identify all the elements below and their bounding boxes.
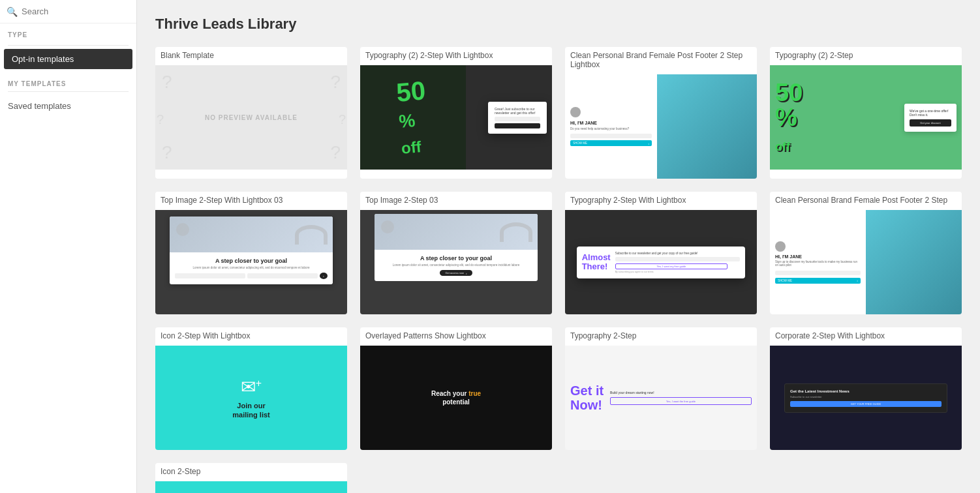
avatar-2 bbox=[775, 241, 786, 252]
hi-jane-text: HI, I'M JANE bbox=[570, 121, 652, 125]
almost-email-input bbox=[615, 257, 741, 261]
email-icon: ✉+ bbox=[241, 376, 262, 398]
corporate-card: Get the Latest Investment News Subscribe… bbox=[784, 383, 947, 413]
corp-cta-btn: GET YOUR FREE GUIDE bbox=[790, 401, 942, 407]
template-name-top-image-03: Top Image 2-Step With Lightbox 03 bbox=[155, 192, 347, 210]
type-section-label: TYPE bbox=[0, 23, 136, 42]
show-me-btn-2: SHOW ME › bbox=[775, 278, 861, 284]
corp-subtitle-text: Subscribe to our newsletter bbox=[790, 395, 942, 398]
step-goal-heading: A step closer to your goal bbox=[175, 258, 328, 264]
template-name-blank: Blank Template bbox=[155, 47, 347, 65]
brand2-desc: Sign up to discover my favourite tools t… bbox=[775, 260, 861, 267]
get-it-title: Build your dream starting now! bbox=[610, 391, 752, 395]
template-preview-corporate: Get the Latest Investment News Subscribe… bbox=[770, 346, 962, 450]
true-text: true bbox=[468, 390, 481, 397]
brand2-email-input bbox=[775, 271, 861, 275]
get-it-now-text: Get itNow! bbox=[570, 383, 606, 412]
get-it-cta-btn: Yes, I want the free guide bbox=[610, 397, 752, 405]
step-goal-desc: Lorem ipsum dolor sit amet, consectetur … bbox=[175, 266, 328, 269]
template-card-clean-brand-2[interactable]: Clean Personal Brand Female Post Footer … bbox=[770, 192, 962, 314]
template-preview-clean-brand: HI, I'M JANE Do you need help automating… bbox=[565, 74, 757, 179]
get-it-right-content: Build your dream starting now! Yes, I wa… bbox=[610, 391, 752, 405]
template-preview-typo2-lightbox: 50%off Great! Just subscribe to our news… bbox=[360, 65, 552, 170]
template-preview-typo2-step-b: Get itNow! Build your dream starting now… bbox=[565, 346, 757, 450]
template-name-clean-brand-2: Clean Personal Brand Female Post Footer … bbox=[770, 192, 962, 210]
show-me-label-2: SHOW ME bbox=[778, 279, 857, 282]
template-name-icon2step-lightbox: Icon 2-Step With Lightbox bbox=[155, 327, 347, 346]
almost-there-badge: AlmostThere! bbox=[582, 253, 611, 272]
show-me-label: SHOW ME bbox=[573, 142, 648, 145]
page-title: Thrive Leads Library bbox=[155, 16, 962, 33]
template-preview-typo2-step-right: 50%off We've got a one-time offer! Don't… bbox=[770, 65, 962, 170]
no-preview-text: NO PREVIEW AVAILABLE bbox=[205, 114, 298, 121]
corp-btn-label: GET YOUR FREE GUIDE bbox=[851, 402, 881, 406]
top-image-card: A step closer to your goal Lorem ipsum d… bbox=[170, 217, 333, 284]
almost-subscribe-text: Subscribe to our newsletter and get your… bbox=[615, 252, 741, 255]
circle-decoration bbox=[176, 223, 189, 236]
template-card-typo2-step-right[interactable]: Typography (2) 2-Step 50%off We've got a… bbox=[770, 47, 962, 179]
step-goal-heading-2: A step closer to your goal bbox=[380, 255, 532, 261]
qm-icon-6: ? bbox=[339, 112, 346, 127]
templates-grid: Blank Template ? ? ? ? ? ? NO PREVIEW AV… bbox=[155, 47, 962, 493]
template-name-icon2-step: Icon 2-Step bbox=[155, 463, 347, 481]
template-card-clean-brand[interactable]: Clean Personal Brand Female Post Footer … bbox=[565, 47, 757, 179]
almost-there-card: AlmostThere! Subscribe to our newsletter… bbox=[577, 246, 746, 278]
sidebar-item-optin-templates[interactable]: Opt-in templates bbox=[4, 49, 132, 69]
template-card-typo2-step-b[interactable]: Typography 2-Step Get itNow! Build your … bbox=[565, 327, 757, 450]
almost-right-content: Subscribe to our newsletter and get your… bbox=[615, 252, 741, 273]
template-preview-top-image-03: A step closer to your goal Lorem ipsum d… bbox=[155, 210, 347, 314]
top-image2-card: A step closer to your goal Lorem ipsum d… bbox=[375, 214, 538, 281]
almost-fine-print: By subscribing you agree to our terms bbox=[615, 271, 741, 273]
template-card-top-image-step-03[interactable]: Top Image 2-Step 03 A step closer to you… bbox=[360, 192, 552, 314]
template-card-typo2-lightbox-b[interactable]: Typography 2-Step With Lightbox AlmostTh… bbox=[565, 192, 757, 314]
typo2-popup-text: We've got a one-time offer! Don't miss i… bbox=[910, 109, 951, 117]
template-card-blank[interactable]: Blank Template ? ? ? ? ? ? NO PREVIEW AV… bbox=[155, 47, 347, 179]
qm-icon-3: ? bbox=[162, 142, 172, 163]
template-name-overlayed: Overlayed Patterns Show Lightbox bbox=[360, 327, 552, 346]
template-preview-typo2-lightbox-b: AlmostThere! Subscribe to our newsletter… bbox=[565, 210, 757, 314]
template-name-typo2-lightbox-b: Typography 2-Step With Lightbox bbox=[565, 192, 757, 210]
brand2-form: HI, I'M JANE Sign up to discover my favo… bbox=[770, 210, 866, 314]
lightbox-title: Great! Just subscribe to our newsletter … bbox=[495, 107, 540, 115]
template-preview-blank: ? ? ? ? ? ? NO PREVIEW AVAILABLE bbox=[155, 65, 347, 170]
show-me-arrow-2-icon: › bbox=[857, 278, 858, 282]
typo2-popup: We've got a one-time offer! Don't miss i… bbox=[904, 104, 957, 132]
template-card-top-image-03[interactable]: Top Image 2-Step With Lightbox 03 A step… bbox=[155, 192, 347, 314]
top-image-body: A step closer to your goal Lorem ipsum d… bbox=[170, 252, 333, 284]
my-templates-section-label: MY TEMPLATES bbox=[0, 70, 136, 90]
my-templates-divider bbox=[8, 91, 129, 92]
search-bar[interactable]: 🔍 ✕ bbox=[0, 0, 136, 23]
email-input bbox=[247, 273, 318, 278]
template-preview-icon2step-lightbox: ✉+ Join ourmailing list bbox=[155, 346, 347, 450]
template-card-icon2-step[interactable]: Icon 2-Step ✉ bbox=[155, 463, 347, 493]
template-preview-top-image-step-03: A step closer to your goal Lorem ipsum d… bbox=[360, 210, 552, 314]
lightbox-email-input bbox=[495, 117, 540, 121]
lightbox-submit-btn bbox=[495, 123, 540, 128]
template-card-icon2step-lightbox[interactable]: Icon 2-Step With Lightbox ✉+ Join ourmai… bbox=[155, 327, 347, 450]
template-name-corporate: Corporate 2-Step With Lightbox bbox=[770, 327, 962, 346]
sidebar-item-saved-templates[interactable]: Saved templates bbox=[0, 96, 136, 116]
step-goal-desc-2: Lorem ipsum dolor sit amet, consectetur … bbox=[380, 263, 532, 267]
template-preview-clean-brand-2: HI, I'M JANE Sign up to discover my favo… bbox=[770, 210, 962, 314]
hi-jane-2: HI, I'M JANE bbox=[775, 254, 861, 259]
show-me-btn: SHOW ME › bbox=[570, 140, 652, 146]
almost-cta-btn: Yes, I want my free guide bbox=[615, 263, 728, 269]
brand-desc-text: Do you need help automating your busines… bbox=[570, 127, 652, 130]
qm-icon-1: ? bbox=[162, 72, 172, 93]
template-card-typo2-lightbox[interactable]: Typography (2) 2-Step With Lightbox 50%o… bbox=[360, 47, 552, 179]
type-divider bbox=[8, 45, 129, 46]
template-name-top-image-step-03: Top Image 2-Step 03 bbox=[360, 192, 552, 210]
template-card-corporate[interactable]: Corporate 2-Step With Lightbox Get the L… bbox=[770, 327, 962, 450]
email-mini-input bbox=[570, 134, 652, 138]
arrow-icon: › bbox=[323, 274, 324, 278]
template-preview-overlayed: Reach your truepotential bbox=[360, 346, 552, 450]
fifty-percent-text: 50%off bbox=[775, 80, 803, 155]
search-icon: 🔍 bbox=[7, 7, 18, 17]
rainbow-arch-icon bbox=[295, 225, 328, 245]
template-name-typo2-step-b: Typography 2-Step bbox=[565, 327, 757, 346]
template-card-overlayed[interactable]: Overlayed Patterns Show Lightbox Reach y… bbox=[360, 327, 552, 450]
brand2-photo bbox=[856, 210, 962, 314]
rainbow-arch-2-icon bbox=[500, 222, 532, 242]
join-mailing-text: Join ourmailing list bbox=[232, 402, 269, 419]
search-input[interactable] bbox=[22, 7, 131, 16]
